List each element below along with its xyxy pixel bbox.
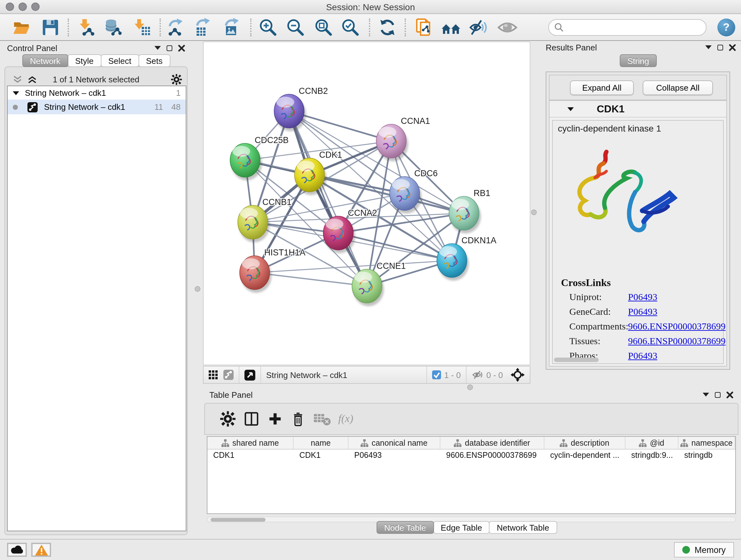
tab-network[interactable]: Network [22, 54, 68, 67]
node-CDK1[interactable]: CDK1 [294, 150, 342, 195]
tab-string[interactable]: String [620, 54, 657, 67]
selected-checkbox-icon[interactable] [432, 370, 441, 379]
control-panel-title: Control Panel [7, 43, 57, 53]
delete-column-icon[interactable] [290, 411, 306, 427]
save-session-button[interactable] [41, 18, 60, 37]
import-network-file-button[interactable] [77, 18, 96, 37]
table-cell[interactable]: CDK1 [207, 449, 293, 462]
collapse-all-button[interactable]: Collapse All [643, 80, 713, 95]
node-RB1[interactable]: RB1 [449, 188, 490, 233]
zoom-in-button[interactable] [259, 18, 278, 37]
export-network-button[interactable] [166, 18, 186, 37]
network-canvas[interactable]: CCNB2CCNA1CDC25BCDK1CDC6RB1CCNB1CCNA2CDK… [203, 42, 530, 365]
main-toolbar: ? [0, 14, 741, 41]
network-collection-row[interactable]: String Network – cdk1 1 [8, 86, 186, 100]
crosslink-link[interactable]: P06493 [628, 292, 657, 303]
homes-button[interactable] [441, 18, 460, 37]
grid-view-icon[interactable] [209, 370, 218, 379]
open-in-new-icon[interactable] [245, 369, 255, 380]
zoom-out-icon [286, 18, 305, 37]
close-panel-icon[interactable] [178, 44, 185, 51]
vertical-splitter-grip[interactable] [531, 209, 537, 215]
node-CCNB2[interactable]: CCNB2 [274, 86, 328, 131]
tab-edge-table[interactable]: Edge Table [433, 521, 490, 534]
float-panel-icon[interactable] [166, 45, 172, 51]
expand-all-button[interactable]: Expand All [570, 80, 634, 95]
horizontal-splitter-grip[interactable] [467, 384, 473, 390]
network-row[interactable]: String Network – cdk1 11 48 [8, 100, 186, 114]
share-document-button[interactable] [415, 18, 434, 37]
node-CDC25B[interactable]: CDC25B [230, 135, 289, 180]
node-CCNE1[interactable]: CCNE1 [352, 261, 406, 306]
column-header-shared-name[interactable]: shared name [207, 437, 293, 449]
table-cell[interactable]: 9606.ENSP00000378699 [441, 449, 544, 462]
column-type-icon [680, 439, 688, 447]
node-label: CCNB2 [299, 86, 328, 96]
search-input[interactable] [564, 21, 706, 34]
zoom-out-button[interactable] [286, 18, 305, 37]
birds-eye-view-icon[interactable] [511, 368, 525, 382]
section-expander-icon[interactable] [567, 107, 574, 111]
open-session-button[interactable] [12, 18, 31, 37]
zoom-selected-button[interactable] [341, 18, 360, 37]
node-CDKN1A[interactable]: CDKN1A [437, 236, 496, 281]
export-table-button[interactable] [194, 18, 213, 37]
show-columns-icon[interactable] [243, 411, 260, 427]
float-panel-icon[interactable] [718, 44, 723, 50]
tab-network-table[interactable]: Network Table [489, 521, 557, 534]
table-settings-gear-icon[interactable] [220, 411, 235, 427]
column-header-database-identifier[interactable]: database identifier [441, 437, 544, 449]
crosslink-link[interactable]: 9606.ENSP00000378699 [628, 321, 726, 332]
table-cell[interactable]: CDK1 [293, 449, 348, 462]
tab-style[interactable]: Style [67, 54, 101, 67]
collapse-panel-icon[interactable] [154, 46, 161, 50]
collapse-panel-icon[interactable] [705, 45, 712, 49]
column-header-canonical-name[interactable]: canonical name [348, 437, 441, 449]
node-CDC6[interactable]: CDC6 [390, 169, 438, 213]
results-panel: Results Panel String Expand All Collapse… [542, 42, 740, 387]
collapse-panel-icon[interactable] [703, 393, 709, 396]
tree-expander-icon[interactable] [13, 91, 19, 95]
column-header-namespace[interactable]: namespace [678, 437, 735, 449]
node-label: CDC25B [255, 135, 289, 145]
column-header-description[interactable]: description [544, 437, 625, 449]
export-image-button[interactable] [222, 18, 241, 37]
column-header--id[interactable]: @id [625, 437, 678, 449]
close-panel-icon[interactable] [726, 391, 733, 398]
scrollbar-thumb[interactable] [211, 518, 266, 522]
search-field[interactable] [548, 19, 706, 36]
node-CCNA1[interactable]: CCNA1 [376, 116, 430, 161]
hide-panel-button[interactable] [468, 18, 488, 37]
tab-node-table[interactable]: Node Table [377, 521, 434, 534]
table-row[interactable]: CDK1CDK1P064939606.ENSP00000378699cyclin… [207, 449, 735, 462]
table-cell[interactable]: stringdb [678, 449, 735, 462]
import-network-database-button[interactable] [104, 18, 123, 37]
table-cell[interactable]: stringdb:9... [625, 449, 678, 462]
warnings-button[interactable] [31, 543, 51, 557]
help-button[interactable]: ? [718, 18, 735, 37]
tab-sets[interactable]: Sets [138, 54, 170, 67]
refresh-button[interactable] [378, 18, 397, 37]
add-column-icon[interactable] [267, 411, 283, 427]
table-cell[interactable]: cyclin-dependent ... [544, 449, 625, 462]
crosslink-link[interactable]: 9606.ENSP00000378699 [628, 336, 726, 347]
memory-button[interactable]: Memory [674, 542, 734, 557]
automation-cloud-button[interactable] [7, 543, 27, 557]
crosslink-link[interactable]: P06493 [628, 307, 657, 317]
gear-icon[interactable] [171, 74, 182, 84]
float-panel-icon[interactable] [715, 392, 721, 397]
column-header-name[interactable]: name [293, 437, 348, 449]
show-panel-button[interactable] [497, 18, 516, 37]
close-panel-icon[interactable] [729, 44, 736, 51]
column-label: @id [650, 438, 664, 447]
network-badge-gray-icon[interactable] [223, 370, 233, 380]
result-section-header[interactable]: CDK1 [549, 101, 726, 118]
refresh-icon [378, 18, 397, 37]
zoom-fit-button[interactable] [314, 18, 333, 37]
table-cell[interactable]: P06493 [348, 449, 441, 462]
import-table-file-button[interactable] [133, 18, 152, 37]
crosslink-link[interactable]: P06493 [628, 351, 657, 361]
tab-select[interactable]: Select [100, 54, 139, 67]
horizontal-scrollbar-thumb[interactable] [554, 358, 599, 362]
vertical-splitter-grip[interactable] [195, 286, 200, 292]
